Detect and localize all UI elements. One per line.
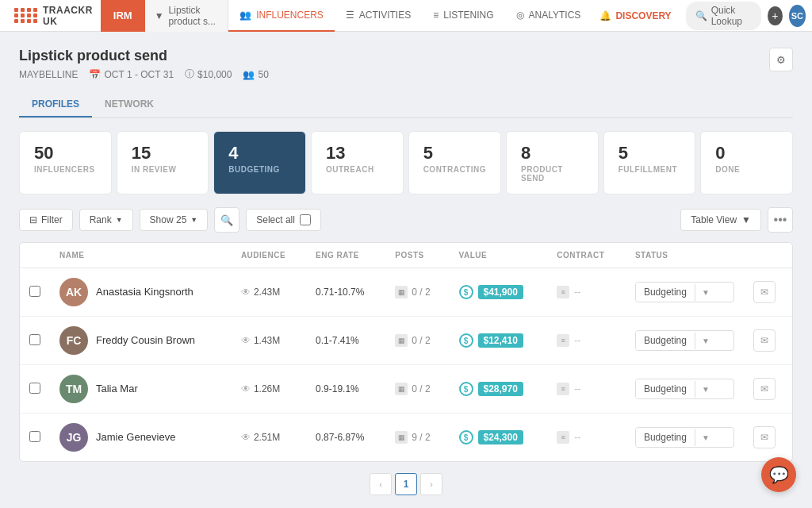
eye-icon: 👁 bbox=[241, 287, 251, 298]
status-dropdown-button[interactable]: ▼ bbox=[695, 381, 716, 398]
tab-listening[interactable]: ≡ LISTENING bbox=[422, 0, 504, 32]
content-tabs: PROFILES NETWORK bbox=[19, 92, 793, 118]
col-value: VALUE bbox=[450, 243, 548, 268]
row-checkbox-cell bbox=[20, 317, 50, 365]
influencer-name: Anastasia Kingsnorth bbox=[96, 286, 193, 299]
page-meta: MAYBELLINE 📅 OCT 1 - OCT 31 ⓘ $10,000 👥 … bbox=[19, 67, 269, 81]
status-label: Budgeting bbox=[636, 379, 695, 398]
row-posts: ▦ 0 / 2 bbox=[385, 365, 449, 414]
tab-activities[interactable]: ☰ ACTIVITIES bbox=[335, 0, 422, 32]
row-status: Budgeting ▼ bbox=[626, 268, 744, 317]
discovery-button[interactable]: 🔔 DISCOVERY bbox=[592, 10, 679, 21]
row-checkbox-cell bbox=[20, 414, 50, 462]
search-icon: 🔍 bbox=[220, 214, 233, 226]
value-badge: $41,900 bbox=[478, 285, 523, 299]
chevron-down-icon: ▼ bbox=[741, 214, 751, 225]
row-mail: ✉ bbox=[744, 365, 792, 414]
logo-area: TRAACKR UK bbox=[6, 5, 101, 27]
show-button[interactable]: Show 25 ▼ bbox=[140, 209, 209, 231]
current-page-button[interactable]: 1 bbox=[395, 473, 417, 495]
dollar-icon: $ bbox=[459, 430, 473, 444]
next-page-button[interactable]: › bbox=[420, 473, 442, 495]
table-view-button[interactable]: Table View ▼ bbox=[680, 209, 761, 231]
prev-arrow-icon: ‹ bbox=[379, 479, 382, 489]
stat-outreach[interactable]: 13 OUTREACH bbox=[311, 131, 404, 194]
next-arrow-icon: › bbox=[430, 479, 433, 489]
row-name: FC Freddy Cousin Brown bbox=[50, 317, 232, 365]
stat-influencers[interactable]: 50 INFLUENCERS bbox=[19, 131, 112, 194]
avatar: TM bbox=[59, 375, 88, 403]
row-checkbox-cell bbox=[20, 268, 50, 317]
row-posts: ▦ 0 / 2 bbox=[385, 317, 449, 365]
stat-contracting[interactable]: 5 CONTRACTING bbox=[408, 131, 501, 194]
col-status: STATUS bbox=[626, 243, 744, 268]
calendar-icon: 📅 bbox=[89, 69, 101, 80]
prev-page-button[interactable]: ‹ bbox=[370, 473, 392, 495]
avatar: JG bbox=[59, 423, 88, 452]
chat-icon: 💬 bbox=[769, 465, 789, 484]
col-posts: POSTS bbox=[385, 243, 449, 268]
avatar[interactable]: SC bbox=[789, 5, 806, 27]
row-mail: ✉ bbox=[744, 268, 792, 317]
quick-lookup-button[interactable]: 🔍 Quick Lookup bbox=[686, 2, 762, 30]
row-eng-rate: 0.87-6.87% bbox=[306, 414, 385, 462]
brand-label: MAYBELLINE bbox=[19, 69, 78, 80]
mail-button[interactable]: ✉ bbox=[753, 281, 776, 303]
value-badge: $24,300 bbox=[478, 430, 523, 444]
row-checkbox[interactable] bbox=[29, 383, 40, 394]
status-label: Budgeting bbox=[636, 283, 695, 302]
dollar-icon: $ bbox=[459, 285, 473, 299]
bell-icon: 🔔 bbox=[599, 10, 611, 21]
settings-button[interactable]: ⚙ bbox=[769, 48, 793, 71]
tab-influencers[interactable]: 👥 INFLUENCERS bbox=[228, 0, 335, 32]
tab-network[interactable]: NETWORK bbox=[92, 92, 167, 117]
row-checkbox[interactable] bbox=[29, 431, 40, 442]
table-body: AK Anastasia Kingsnorth 👁 2.43M 0.71-10.… bbox=[20, 268, 792, 462]
status-dropdown-button[interactable]: ▼ bbox=[695, 429, 716, 446]
value-badge: $28,970 bbox=[478, 382, 523, 396]
row-checkbox[interactable] bbox=[29, 286, 40, 297]
logo-icon bbox=[14, 8, 38, 23]
add-button[interactable]: + bbox=[768, 6, 782, 25]
tab-profiles[interactable]: PROFILES bbox=[19, 92, 92, 117]
filter-button[interactable]: ⊟ Filter bbox=[19, 209, 73, 231]
stat-fulfillment[interactable]: 5 FULFILLMENT bbox=[603, 131, 696, 194]
mail-button[interactable]: ✉ bbox=[753, 426, 776, 448]
analytics-icon: ◎ bbox=[516, 10, 524, 21]
status-dropdown-button[interactable]: ▼ bbox=[695, 284, 716, 301]
select-all-checkbox[interactable] bbox=[300, 214, 311, 225]
budget: ⓘ $10,000 bbox=[185, 67, 232, 81]
row-contract: ≡ -- bbox=[547, 317, 626, 365]
stat-in-review[interactable]: 15 IN REVIEW bbox=[117, 131, 209, 194]
stats-row: 50 INFLUENCERS 15 IN REVIEW 4 BUDGETING … bbox=[19, 131, 793, 194]
influencer-name: Jamie Genevieve bbox=[96, 431, 175, 444]
row-checkbox[interactable] bbox=[29, 334, 40, 345]
select-all-button[interactable]: Select all bbox=[246, 209, 321, 231]
influencers-table: NAME AUDIENCE ENG RATE POSTS VALUE CONTR… bbox=[19, 242, 793, 462]
row-eng-rate: 0.71-10.7% bbox=[306, 268, 385, 317]
people-icon: 👥 bbox=[239, 10, 251, 21]
mail-button[interactable]: ✉ bbox=[753, 329, 776, 352]
rank-button[interactable]: Rank ▼ bbox=[79, 209, 133, 231]
contract-icon: ≡ bbox=[557, 431, 569, 444]
mail-button[interactable]: ✉ bbox=[753, 378, 776, 400]
irm-tab[interactable]: IRM bbox=[101, 0, 145, 32]
eye-icon: 👁 bbox=[241, 335, 251, 346]
search-button[interactable]: 🔍 bbox=[214, 207, 239, 233]
avatar: FC bbox=[59, 326, 88, 355]
stat-done[interactable]: 0 DONE bbox=[700, 131, 793, 194]
stat-budgeting[interactable]: 4 BUDGETING bbox=[213, 131, 306, 194]
tab-analytics[interactable]: ◎ ANALYTICS bbox=[505, 0, 592, 32]
row-value: $ $41,900 bbox=[450, 268, 548, 317]
row-audience: 👁 2.43M bbox=[232, 268, 306, 317]
row-audience: 👁 2.51M bbox=[232, 414, 306, 462]
activity-icon: ☰ bbox=[346, 10, 354, 21]
status-dropdown-button[interactable]: ▼ bbox=[695, 333, 716, 349]
row-audience: 👁 1.26M bbox=[232, 365, 306, 414]
chat-button[interactable]: 💬 bbox=[761, 457, 796, 492]
filter-icon: ⊟ bbox=[29, 214, 37, 225]
breadcrumb[interactable]: ▼ Lipstick product s... bbox=[145, 0, 229, 32]
stat-product-send[interactable]: 8 PRODUCT SEND bbox=[506, 131, 599, 194]
dollar-icon: $ bbox=[459, 333, 473, 348]
more-options-button[interactable]: ••• bbox=[768, 207, 793, 233]
